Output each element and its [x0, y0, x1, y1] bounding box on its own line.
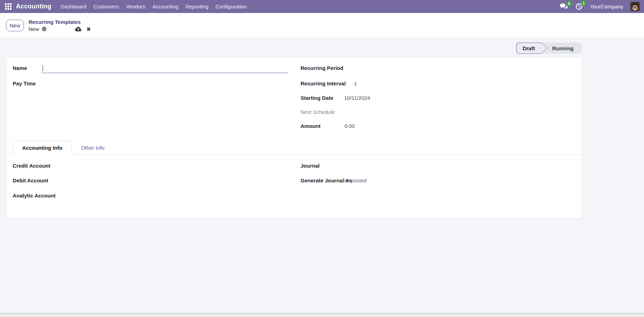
journal-label: Journal — [301, 163, 320, 169]
recurring-interval-label: Recurring Interval — [301, 80, 346, 86]
cloud-upload-save-icon[interactable] — [75, 26, 82, 32]
statusbar: Draft Running — [516, 43, 582, 54]
recurring-period-label: Recurring Period — [301, 65, 343, 71]
gear-icon[interactable] — [42, 26, 47, 32]
messages-button[interactable]: 6 — [560, 3, 568, 10]
discard-x-icon[interactable]: ✖ — [87, 27, 91, 32]
company-switcher[interactable]: YourCompany — [590, 4, 623, 9]
avatar-face-icon — [630, 2, 640, 11]
menu-item-vendors[interactable]: Vendors — [122, 0, 149, 13]
credit-account-label: Credit Account — [13, 163, 50, 169]
messages-badge: 6 — [566, 1, 572, 6]
stage-running[interactable]: Running — [542, 43, 582, 54]
name-input-field[interactable] — [42, 64, 288, 73]
breadcrumb-current: New — [29, 26, 39, 32]
breadcrumb-parent-link[interactable]: Recurring Templates — [29, 19, 91, 25]
apps-grid-icon[interactable] — [5, 3, 12, 10]
stage-running-label: Running — [552, 45, 574, 51]
pay-time-label: Pay Time — [13, 80, 36, 86]
menu-item-configuration[interactable]: Configuration — [212, 0, 250, 13]
name-label: Name — [13, 65, 27, 71]
stage-draft[interactable]: Draft — [516, 43, 542, 54]
top-navbar: Accounting Dashboard Customers Vendors A… — [0, 0, 644, 13]
bottom-divider — [0, 313, 644, 317]
menu-item-reporting[interactable]: Reporting — [182, 0, 212, 13]
activities-button[interactable]: 1 — [575, 3, 583, 10]
control-panel: New Recurring Templates New — [0, 13, 644, 38]
text-caret — [43, 65, 43, 72]
user-avatar[interactable] — [630, 2, 640, 11]
recurring-interval-value[interactable]: 1 — [354, 80, 357, 86]
analytic-account-label: Analytic Account — [13, 193, 56, 199]
menu-item-accounting[interactable]: Accounting — [149, 0, 182, 13]
tab-accounting-info[interactable]: Accounting Info — [13, 141, 72, 155]
menu-item-dashboard[interactable]: Dashboard — [57, 0, 90, 13]
name-input[interactable] — [42, 64, 288, 73]
activities-badge: 1 — [581, 0, 586, 6]
stage-draft-label: Draft — [523, 45, 535, 51]
navbar-systray: 6 1 YourCompany — [560, 2, 640, 11]
notebook-tabs: Accounting Info Other Info — [6, 141, 582, 155]
breadcrumb: Recurring Templates New — [29, 19, 91, 32]
main-menu: Dashboard Customers Vendors Accounting R… — [57, 0, 250, 13]
starting-date-value[interactable]: 10/11/2024 — [344, 95, 370, 101]
next-schedule-label: Next Schedule — [301, 109, 335, 115]
generate-journal-as-value[interactable]: Unposted — [344, 177, 367, 183]
app-brand[interactable]: Accounting — [16, 3, 51, 10]
debit-account-label: Debit Account — [13, 177, 48, 183]
amount-label: Amount — [301, 123, 321, 129]
starting-date-label: Starting Date — [301, 95, 333, 101]
new-button[interactable]: New — [6, 20, 24, 31]
form-card: Name Pay Time Recurring Period Recurring… — [6, 57, 582, 219]
tab-other-info[interactable]: Other Info — [72, 141, 114, 155]
amount-value[interactable]: 0.00 — [345, 123, 355, 129]
menu-item-customers[interactable]: Customers — [90, 0, 122, 13]
